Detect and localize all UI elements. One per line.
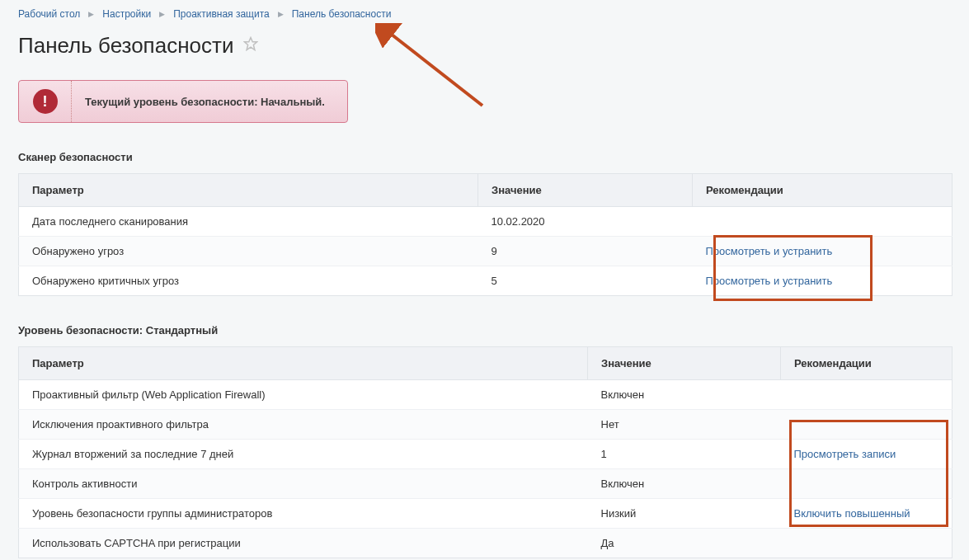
cell-param: Использовать CAPTCHA при регистрации [19,529,588,558]
section-title: Уровень безопасности: Стандартный [18,324,953,336]
breadcrumb-item[interactable]: Панель безопасности [292,8,392,20]
breadcrumb: Рабочий стол ▶ Настройки ▶ Проактивная з… [18,5,953,33]
cell-reco [781,380,953,410]
chevron-right-icon: ▶ [278,10,284,18]
cell-reco [693,207,953,237]
alert-text: Текущий уровень безопасности: Начальный. [72,96,325,108]
section-title: Сканер безопасности [18,151,953,163]
cell-param: Исключения проактивного фильтра [19,410,588,440]
breadcrumb-item[interactable]: Рабочий стол [18,8,80,20]
table-row: Дата последнего сканирования 10.02.2020 [19,207,953,237]
alert-icon-wrap: ! [19,81,72,122]
breadcrumb-item[interactable]: Проактивная защита [173,8,270,20]
chevron-right-icon: ▶ [159,10,165,18]
alert-banner: ! Текущий уровень безопасности: Начальны… [18,80,348,123]
cell-param: Журнал вторжений за последние 7 дней [19,440,588,469]
cell-value: 1 [588,440,781,469]
annotation-highlight [789,420,948,527]
col-param: Параметр [19,174,478,207]
cell-value: 10.02.2020 [478,207,693,237]
cell-reco [781,529,953,558]
col-value: Значение [588,347,781,380]
exclamation-icon: ! [33,89,58,114]
cell-value: Нет [588,410,781,440]
col-param: Параметр [19,347,588,380]
table-row: Использовать CAPTCHA при регистрации Да [19,529,953,558]
cell-value: Включен [588,469,781,499]
col-value: Значение [478,174,693,207]
svg-marker-0 [245,38,257,50]
table-row: Проактивный фильтр (Web Application Fire… [19,380,953,410]
annotation-highlight [713,235,873,301]
cell-param: Обнаружено критичных угроз [19,266,478,296]
cell-param: Контроль активности [19,469,588,499]
cell-param: Уровень безопасности группы администрато… [19,499,588,529]
col-reco: Рекомендации [781,347,953,380]
cell-value: 9 [478,237,693,266]
cell-value: Низкий [588,499,781,529]
star-icon[interactable] [243,36,258,51]
chevron-right-icon: ▶ [88,10,94,18]
cell-value: 5 [478,266,693,296]
cell-param: Дата последнего сканирования [19,207,478,237]
col-reco: Рекомендации [693,174,953,207]
breadcrumb-item[interactable]: Настройки [102,8,151,20]
cell-value: Включен [588,380,781,410]
page-title: Панель безопасности [18,33,233,59]
cell-param: Обнаружено угроз [19,237,478,266]
cell-value: Да [588,529,781,558]
cell-param: Проактивный фильтр (Web Application Fire… [19,380,588,410]
